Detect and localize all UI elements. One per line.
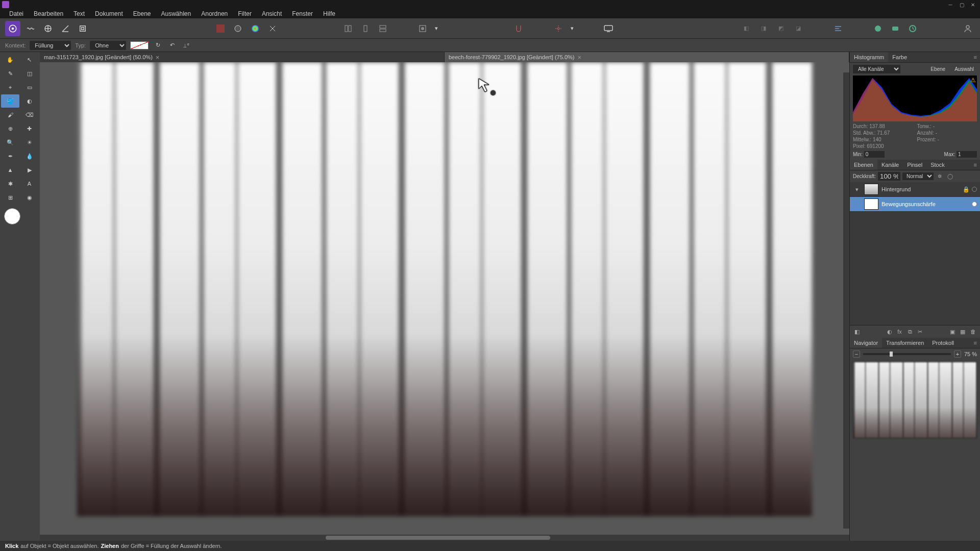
tab-navigator[interactable]: Navigator (850, 338, 882, 348)
panel-menu-icon[interactable]: ≡ (971, 338, 980, 348)
window-minimize-button[interactable]: ─ (945, 1, 955, 8)
cloud-1-button[interactable] (871, 21, 885, 36)
add-layer-button[interactable]: ▦ (959, 328, 967, 336)
menu-filter[interactable]: Filter (233, 9, 257, 18)
sponge-tool[interactable]: ◉ (20, 191, 39, 204)
quickmask-button[interactable] (415, 21, 430, 36)
arrange-right-button[interactable] (376, 21, 390, 36)
group-layer-button[interactable]: ▣ (948, 328, 957, 336)
account-button[interactable] (961, 21, 975, 36)
crop-layer-button[interactable]: ✂ (916, 328, 924, 336)
histogram-layer-button[interactable]: Ebene (927, 65, 948, 73)
close-tab-icon[interactable]: × (577, 54, 581, 61)
persona-liquify-button[interactable] (23, 21, 38, 36)
blend-mode-select[interactable]: Normal (902, 172, 934, 180)
persona-photo-button[interactable] (5, 21, 20, 36)
layer-visibility-toggle[interactable] (972, 187, 977, 192)
menu-document[interactable]: Dokument (90, 9, 128, 18)
menu-view[interactable]: Ansicht (257, 9, 287, 18)
histogram-min-input[interactable] (864, 151, 885, 158)
flood-fill-tool[interactable]: 🪣 (1, 94, 19, 108)
revert-button[interactable]: ↶ (167, 40, 177, 51)
lock-icon[interactable]: 🔒 (963, 186, 969, 193)
tab-transform[interactable]: Transformieren (882, 338, 928, 348)
persona-develop-button[interactable] (41, 21, 55, 36)
menu-edit[interactable]: Bearbeiten (29, 9, 68, 18)
assistant-button[interactable] (551, 21, 566, 36)
live-filter-button[interactable]: ⧉ (906, 328, 914, 336)
zoom-tool[interactable]: 🔍 (1, 136, 19, 149)
tab-history[interactable]: Protokoll (928, 338, 958, 348)
crop-tool[interactable]: ◫ (20, 67, 39, 80)
arrange-left-button[interactable] (341, 21, 355, 36)
histogram-max-input[interactable] (957, 151, 977, 158)
gradient-tool[interactable]: ◐ (20, 94, 39, 108)
fill-color-swatch[interactable] (130, 41, 149, 49)
shape-tool[interactable]: ▲ (1, 163, 19, 177)
canvas-viewport[interactable] (40, 62, 849, 535)
mask-layer-button[interactable]: ◧ (853, 328, 861, 336)
adjustment-layer-button[interactable]: ◐ (886, 328, 894, 336)
hand-tool[interactable]: ✋ (1, 53, 19, 66)
tab-channels[interactable]: Kanäle (877, 160, 903, 170)
layer-settings-icon[interactable]: ✲ (936, 172, 944, 181)
opacity-input[interactable] (878, 172, 900, 181)
autocontrast-button[interactable] (213, 21, 228, 36)
tab-brushes[interactable]: Pinsel (903, 160, 926, 170)
context-type-select[interactable]: Ohne (90, 41, 126, 50)
quickmask-dropdown[interactable]: ▾ (433, 21, 440, 36)
panel-menu-icon[interactable]: ≡ (971, 160, 980, 170)
window-close-button[interactable]: ✕ (968, 1, 978, 8)
foreground-color[interactable] (1, 208, 39, 224)
menu-text[interactable]: Text (68, 9, 90, 18)
snapping-button[interactable] (511, 21, 526, 36)
zoom-out-button[interactable]: − (853, 350, 860, 358)
preview-button[interactable] (601, 21, 616, 36)
lock-aspect-button[interactable]: ⟂° (181, 40, 191, 51)
menu-layer[interactable]: Ebene (128, 9, 156, 18)
menu-window[interactable]: Fenster (287, 9, 318, 18)
layer-row-background[interactable]: ▾ Hintergrund 🔒 (850, 182, 980, 197)
mesh-tool[interactable]: ✱ (1, 177, 19, 190)
assistant-dropdown[interactable]: ▾ (569, 21, 576, 36)
healing-tool[interactable]: ✚ (20, 122, 39, 135)
persona-export-button[interactable] (76, 21, 90, 36)
autowb-button[interactable] (265, 21, 280, 36)
menu-select[interactable]: Auswählen (156, 9, 196, 18)
document-tab-0[interactable]: man-3151723_1920.jpg [Geändert] (50.0%) … (40, 52, 445, 62)
selection-brush-tool[interactable]: ⌖ (1, 81, 19, 94)
close-tab-icon[interactable]: × (156, 54, 160, 61)
fx-layer-button[interactable]: fx (896, 328, 904, 336)
pen-tool[interactable]: ✒ (1, 149, 19, 163)
delete-layer-button[interactable]: 🗑 (969, 328, 977, 336)
color-picker-tool[interactable]: ✎ (1, 67, 19, 80)
menu-file[interactable]: Datei (4, 9, 29, 18)
erase-tool[interactable]: ⌫ (20, 108, 39, 121)
layer-visibility-toggle[interactable] (972, 202, 977, 207)
channel-select[interactable]: Alle Kanäle (853, 65, 900, 73)
node-tool[interactable]: ▶ (20, 163, 39, 177)
rotate-button[interactable]: ↻ (153, 40, 163, 51)
tab-layers[interactable]: Ebenen (850, 160, 877, 170)
document-tab-1[interactable]: beech-forest-779902_1920.jpg [Geändert] … (445, 52, 849, 62)
menu-help[interactable]: Hilfe (318, 9, 340, 18)
text-tool[interactable]: A (20, 177, 39, 190)
horizontal-scrollbar[interactable] (40, 535, 849, 541)
chevron-down-icon[interactable]: ▾ (853, 185, 861, 193)
context-fill-select[interactable]: Füllung (30, 41, 71, 50)
menu-arrange[interactable]: Anordnen (196, 9, 233, 18)
autolevels-button[interactable] (231, 21, 245, 36)
histogram-selection-button[interactable]: Auswahl (951, 65, 977, 73)
autocolor-button[interactable] (248, 21, 262, 36)
cloud-2-button[interactable] (888, 21, 902, 36)
align-button[interactable] (831, 21, 845, 36)
zoom-in-button[interactable]: + (954, 350, 961, 358)
tab-stock[interactable]: Stock (926, 160, 949, 170)
smudge-tool[interactable]: 💧 (20, 149, 39, 163)
navigator-preview[interactable] (853, 362, 977, 438)
tab-color[interactable]: Farbe (888, 52, 911, 62)
layer-row-motion-blur[interactable]: ◐ Bewegungsunschärfe (850, 197, 980, 212)
arrange-center-button[interactable] (358, 21, 373, 36)
window-maximize-button[interactable]: ▢ (957, 1, 967, 8)
marquee-tool[interactable]: ▭ (20, 81, 39, 94)
